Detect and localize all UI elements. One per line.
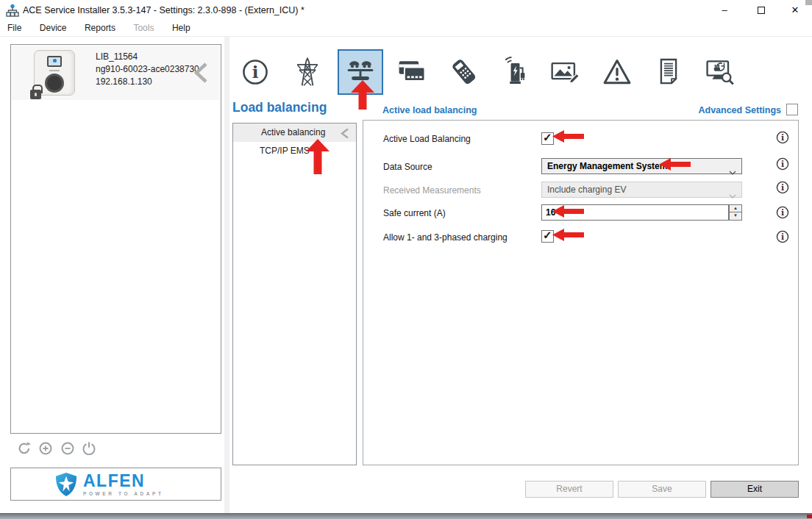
svg-text:i: i [252,62,259,82]
device-name: LIB_11564 [96,51,199,63]
chevron-down-icon [729,165,736,179]
nav-item-label: TCP/IP EMS [260,146,310,156]
exit-button[interactable]: Exit [710,481,799,498]
station-socket [45,74,64,93]
tab-connectivity[interactable] [493,49,538,95]
tab-diagnostics[interactable] [697,49,743,95]
device-list-toolbar [18,442,101,457]
ace-service-installer-window: ACE Service Installer 3.5.3-147 - Settin… [0,0,812,519]
info-icon[interactable]: i [776,131,789,144]
label-active-load-balancing: Active Load Balancing [383,134,471,144]
label-received-measurements: Received Measurements [383,185,481,196]
section-title: Active load balancing [382,105,477,115]
lock-icon [30,90,41,99]
menu-help[interactable]: Help [165,21,198,37]
minimize-button[interactable]: – [708,0,741,21]
annotation-arrow-left-checkbox2 [552,229,584,241]
card-terminal-icon [448,56,480,88]
menu-bar: File Device Reports Tools Help [0,21,812,37]
tab-payment[interactable] [441,49,487,95]
power-icon[interactable] [82,442,96,455]
chevron-down-icon [729,188,736,203]
info-icon[interactable]: i [776,181,789,194]
spinner-up-button[interactable]: ▲ [729,204,742,212]
annotation-arrow-up-active-balancing [306,139,330,174]
tab-logs[interactable] [646,49,691,95]
tab-display[interactable] [543,49,588,95]
revert-button[interactable]: Revert [525,481,613,498]
annotation-arrow-left-data-source [659,158,691,171]
nav-item-label: Active balancing [261,127,325,137]
info-circle-icon: i [239,56,271,88]
tab-grid-connection[interactable] [285,49,330,95]
active-load-balancing-panel: Active Load Balancing i Data Source Ener… [363,120,799,465]
collapse-device-chevron-icon[interactable] [193,62,209,87]
minus-circle-icon[interactable] [61,442,74,455]
data-source-dropdown[interactable]: Energy Management System [541,158,742,174]
menu-device[interactable]: Device [32,21,74,37]
data-source-value: Energy Management System [547,161,667,171]
title-bar: ACE Service Installer 3.5.3-147 - Settin… [0,0,812,21]
label-allow-phased-charging: Allow 1- and 3-phased charging [383,232,508,243]
document-log-icon [652,56,685,88]
annotation-arrow-left-safe-current [552,205,584,218]
menu-tools[interactable]: Tools [126,21,161,37]
label-safe-current: Safe current (A) [383,208,446,218]
payment-cards-icon [396,56,428,88]
svg-text:i: i [781,183,784,193]
advanced-settings-label: Advanced Settings [634,105,781,115]
power-pylon-icon [291,56,324,88]
plus-circle-icon[interactable] [39,442,52,455]
alfen-brand-text: ALFEN [83,473,164,490]
info-icon[interactable]: i [776,230,789,243]
alfen-logo: ALFEN POWER TO ADAPT [55,472,164,497]
image-edit-icon [549,56,582,88]
info-icon[interactable]: i [776,157,789,171]
nav-item-active-balancing[interactable]: Active balancing [233,124,356,142]
svg-text:i: i [781,133,784,143]
refresh-icon[interactable] [18,442,31,455]
warning-triangle-icon [601,56,633,88]
window-bottom-edge [0,513,812,519]
page-title: Load balancing [232,100,327,115]
tab-authorization[interactable] [389,49,435,95]
tab-errors[interactable] [594,49,640,95]
svg-text:i: i [781,232,784,242]
svg-text:i: i [781,160,784,169]
tab-device-info[interactable]: i [232,49,278,95]
charging-station-photo [34,50,75,96]
annotation-arrow-left-checkbox1 [552,130,584,143]
alfen-tagline: POWER TO ADAPT [83,491,164,496]
menu-file[interactable]: File [0,21,29,37]
vertical-divider [224,37,229,513]
device-list-item[interactable]: LIB_11564 ng910-60023-ace0238730 192.168… [12,46,220,100]
alfen-logo-panel: ALFEN POWER TO ADAPT [10,468,221,501]
info-icon[interactable]: i [776,206,789,219]
save-button[interactable]: Save [618,481,706,498]
received-measurements-dropdown: Include charging EV [541,182,742,198]
received-measurements-value: Include charging EV [547,185,626,195]
device-serial: ng910-60023-ace0238730 [96,63,199,76]
maximize-icon [758,7,765,14]
load-balancing-nav-panel: Active balancing TCP/IP EMS [232,123,357,465]
station-display [47,56,62,67]
monitor-search-icon [704,56,736,88]
spinner-down-button[interactable]: ▼ [729,212,742,221]
station-card-slot [49,70,60,71]
annotation-arrow-up-load-balancing [351,80,374,110]
red-corner-marker [807,515,812,518]
safe-current-spinner: ▲ ▼ [729,204,742,221]
menu-reports[interactable]: Reports [77,21,123,37]
alfen-shield-icon [55,472,77,497]
window-title: ACE Service Installer 3.5.3-147 - Settin… [23,0,304,21]
app-sitemap-icon [6,4,19,17]
device-info-text: LIB_11564 ng910-60023-ace0238730 192.168… [96,51,199,88]
screen-corner-artifact [805,0,812,5]
label-data-source: Data Source [383,162,432,172]
advanced-settings-checkbox[interactable] [786,104,798,115]
maximize-button[interactable] [744,0,778,21]
svg-text:i: i [781,208,784,218]
nav-item-tcpip-ems[interactable]: TCP/IP EMS [233,142,356,160]
device-list-panel: LIB_11564 ng910-60023-ace0238730 192.168… [10,44,221,434]
charging-station-wireless-icon [499,56,532,88]
